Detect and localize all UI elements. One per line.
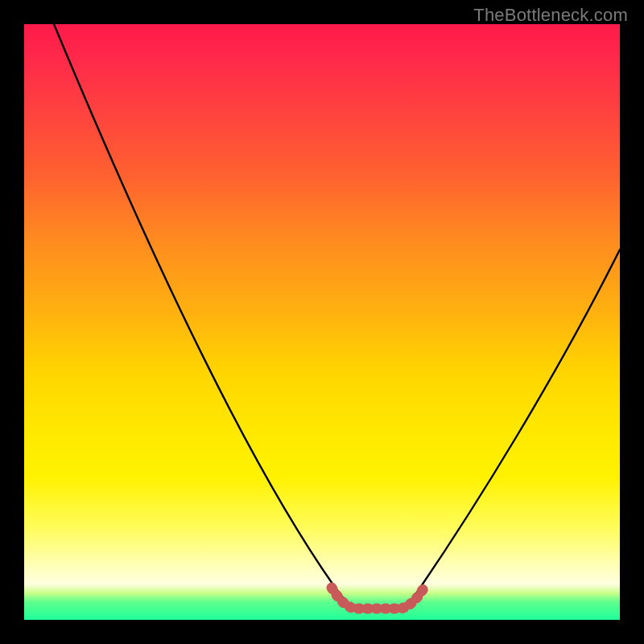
- bottleneck-curve: [54, 24, 620, 609]
- watermark-text: TheBottleneck.com: [473, 5, 628, 26]
- chart-frame: TheBottleneck.com: [0, 0, 644, 644]
- curve-layer: [24, 24, 620, 620]
- trough-marker: [332, 586, 425, 609]
